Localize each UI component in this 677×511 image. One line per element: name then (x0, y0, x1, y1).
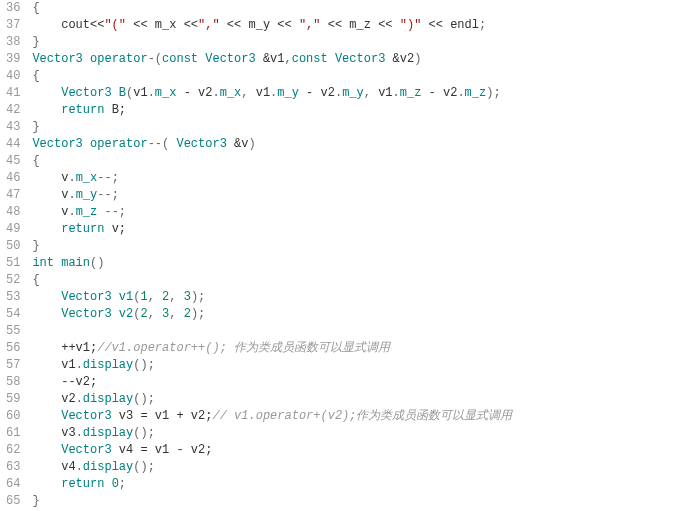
token-ident: m_z (349, 18, 371, 32)
line-number: 50 (6, 238, 20, 255)
line-number: 42 (6, 102, 20, 119)
line-number: 45 (6, 153, 20, 170)
token-ident: v1 (32, 358, 75, 372)
token-punct: . (76, 358, 83, 372)
token-member: m_z (76, 205, 98, 219)
token-str: ")" (400, 18, 422, 32)
token-num: 1 (140, 290, 147, 304)
token-ident: cout (32, 18, 90, 32)
token-punct: { (32, 1, 39, 15)
code-line[interactable]: cout<<"(" << m_x <<"," << m_y << "," << … (32, 17, 512, 34)
token-punct: (); (133, 426, 155, 440)
token-num: 0 (112, 477, 119, 491)
token-comm: // v1.operator+(v2);作为类成员函数可以显式调用 (212, 409, 512, 423)
code-line[interactable]: v3.display(); (32, 425, 512, 442)
token-punct: { (32, 69, 39, 83)
token-punct: (); (133, 358, 155, 372)
token-ident: v2 (321, 86, 335, 100)
token-ident: --v2; (32, 375, 97, 389)
token-func: v1 (119, 290, 133, 304)
token-str: "(" (104, 18, 126, 32)
line-number: 43 (6, 119, 20, 136)
code-line[interactable]: } (32, 119, 512, 136)
code-line[interactable]: } (32, 493, 512, 510)
token-func: display (83, 460, 133, 474)
code-line[interactable]: v1.display(); (32, 357, 512, 374)
token-type: Vector3 (32, 137, 82, 151)
token-ident: v2 (400, 52, 414, 66)
token-ident: v (32, 188, 68, 202)
code-line[interactable]: ++v1;//v1.operator++(); 作为类成员函数可以显式调用 (32, 340, 512, 357)
code-line[interactable]: Vector3 operator--( Vector3 &v) (32, 136, 512, 153)
token-op: & (385, 52, 399, 66)
code-line[interactable]: return 0; (32, 476, 512, 493)
line-number: 60 (6, 408, 20, 425)
token-punct: --; (97, 205, 126, 219)
code-line[interactable]: --v2; (32, 374, 512, 391)
code-line[interactable]: v4.display(); (32, 459, 512, 476)
token-punct: } (32, 239, 39, 253)
code-line[interactable]: Vector3 v1(1, 2, 3); (32, 289, 512, 306)
token-op: << (126, 18, 155, 32)
token-punct: ) (414, 52, 421, 66)
code-line[interactable]: Vector3 v2(2, 3, 2); (32, 306, 512, 323)
code-line[interactable]: v.m_y--; (32, 187, 512, 204)
token-punct: () (90, 256, 104, 270)
token-op: & (227, 137, 241, 151)
token-ident: ++v1; (32, 341, 97, 355)
token-punct: . (68, 171, 75, 185)
code-area[interactable]: { cout<<"(" << m_x <<"," << m_y << "," <… (28, 0, 516, 510)
code-line[interactable]: Vector3 operator-(const Vector3 &v1,cons… (32, 51, 512, 68)
token-op: - (176, 86, 198, 100)
token-type: Vector3 (61, 443, 111, 457)
token-ident (32, 409, 61, 423)
code-line[interactable] (32, 323, 512, 340)
code-line[interactable]: Vector3 v4 = v1 - v2; (32, 442, 512, 459)
line-number: 65 (6, 493, 20, 510)
line-number: 49 (6, 221, 20, 238)
token-punct: , (169, 290, 183, 304)
line-number: 46 (6, 170, 20, 187)
code-line[interactable]: { (32, 68, 512, 85)
line-number: 39 (6, 51, 20, 68)
code-line[interactable]: v2.display(); (32, 391, 512, 408)
line-number: 36 (6, 0, 20, 17)
line-number: 37 (6, 17, 20, 34)
token-ident: v (32, 205, 68, 219)
line-number: 41 (6, 85, 20, 102)
token-punct: -( (148, 52, 162, 66)
token-ident: v3 (32, 426, 75, 440)
token-num: 3 (184, 290, 191, 304)
token-punct: { (32, 154, 39, 168)
code-line[interactable]: int main() (32, 255, 512, 272)
code-line[interactable]: { (32, 153, 512, 170)
token-punct: . (393, 86, 400, 100)
token-punct: . (68, 188, 75, 202)
token-ident (32, 477, 61, 491)
token-ident (112, 86, 119, 100)
token-member: m_x (220, 86, 242, 100)
token-kw: return (61, 477, 104, 491)
token-ident: v4 = v1 - v2; (112, 443, 213, 457)
line-number: 62 (6, 442, 20, 459)
code-line[interactable]: } (32, 238, 512, 255)
token-member: m_x (155, 86, 177, 100)
token-ident (32, 324, 39, 338)
token-kw: operator (90, 52, 148, 66)
code-line[interactable]: { (32, 0, 512, 17)
code-line[interactable]: Vector3 B(v1.m_x - v2.m_x, v1.m_y - v2.m… (32, 85, 512, 102)
code-line[interactable]: Vector3 v3 = v1 + v2;// v1.operator+(v2)… (32, 408, 512, 425)
code-line[interactable]: return v; (32, 221, 512, 238)
token-op: << (220, 18, 249, 32)
code-line[interactable]: v.m_x--; (32, 170, 512, 187)
code-line[interactable]: } (32, 34, 512, 51)
token-op: - (299, 86, 321, 100)
token-punct: ; (479, 18, 486, 32)
code-line[interactable]: { (32, 272, 512, 289)
code-line[interactable]: v.m_z --; (32, 204, 512, 221)
token-punct: { (32, 273, 39, 287)
line-number: 61 (6, 425, 20, 442)
token-kw: const (292, 52, 328, 66)
code-line[interactable]: return B; (32, 102, 512, 119)
token-kw: int (32, 256, 54, 270)
